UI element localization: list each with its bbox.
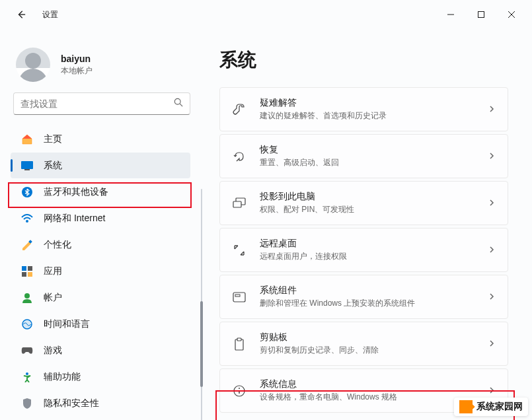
nav-label: 时间和语言 [44,318,90,330]
avatar [16,48,50,82]
svg-rect-8 [28,266,32,271]
card-clipboard[interactable]: 剪贴板 剪切和复制历史记录、同步、清除 [219,322,508,366]
time-icon [21,318,33,330]
profile-name: baiyun [61,53,93,64]
watermark-logo-icon [459,400,473,413]
chevron-right-icon [488,291,496,303]
nav-label: 系统 [44,160,62,172]
chevron-right-icon [488,338,496,350]
nav-apps[interactable]: 应用 [11,258,190,284]
card-projecting[interactable]: 投影到此电脑 权限、配对 PIN、可发现性 [219,181,508,225]
svg-point-1 [174,98,180,104]
chevron-right-icon [488,244,496,256]
nav-list: 主页 系统 蓝牙和其他设备 网络和 Internet 个性化 应用 [0,123,204,416]
about-icon [232,385,247,397]
nav-bluetooth[interactable]: 蓝牙和其他设备 [11,179,190,205]
troubleshoot-icon [232,103,247,116]
card-title: 投影到此电脑 [260,191,475,203]
search-input[interactable] [20,98,174,109]
svg-point-22 [239,388,240,389]
svg-point-14 [26,372,28,375]
card-title: 剪贴板 [260,332,475,343]
nav-label: 隐私和安全性 [44,398,99,409]
card-system-components[interactable]: 系统组件 删除和管理在 Windows 上预安装的系统组件 [219,275,508,319]
card-subtitle: 设备规格，重命名电脑、Windows 规格 [260,392,475,403]
nav-privacy[interactable]: 隐私和安全性 [11,390,190,416]
maximize-icon [478,11,484,18]
nav-network[interactable]: 网络和 Internet [11,205,190,231]
components-icon [232,292,247,302]
nav-accounts[interactable]: 帐户 [11,285,190,310]
minimize-icon [447,11,454,18]
card-title: 恢复 [260,144,475,156]
card-title: 系统信息 [260,378,475,390]
card-remote-desktop[interactable]: 远程桌面 远程桌面用户，连接权限 [219,228,508,272]
card-recovery[interactable]: 恢复 重置、高级启动、返回 [219,134,508,178]
search-icon [174,98,183,110]
svg-rect-17 [233,293,245,302]
svg-point-5 [26,220,28,223]
chevron-right-icon [488,151,496,162]
nav-label: 游戏 [44,345,62,357]
back-arrow-icon [17,10,26,19]
watermark: 系统家园网 [454,398,528,416]
main-content: 系统 疑难解答 建议的疑难解答、首选项和历史记录 恢复 重置、高级启动、返回 投… [204,29,532,420]
sidebar-scrollbar[interactable] [201,189,202,420]
remote-icon [232,244,247,257]
svg-rect-7 [22,266,26,271]
home-icon [21,133,33,145]
close-button[interactable] [496,4,527,25]
card-subtitle: 剪切和复制历史记录、同步、清除 [260,345,475,356]
svg-rect-18 [235,295,240,297]
card-title: 系统组件 [260,285,475,297]
nav-label: 网络和 Internet [44,213,105,225]
search-box[interactable] [13,92,190,115]
page-heading: 系统 [219,48,508,73]
maximize-button[interactable] [466,4,496,25]
nav-accessibility[interactable]: 辅助功能 [11,364,190,390]
svg-rect-3 [24,169,30,170]
svg-rect-10 [28,272,32,277]
svg-rect-2 [21,161,33,169]
card-subtitle: 删除和管理在 Windows 上预安装的系统组件 [260,298,475,309]
nav-home[interactable]: 主页 [11,126,190,152]
card-troubleshoot[interactable]: 疑难解答 建议的疑难解答、首选项和历史记录 [219,87,508,131]
profile-subtitle: 本地帐户 [61,65,93,77]
nav-system[interactable]: 系统 [11,153,190,178]
apps-icon [21,265,33,277]
chevron-right-icon [488,385,496,397]
profile-section[interactable]: baiyun 本地帐户 [0,29,204,92]
titlebar: 设置 [0,0,532,29]
nav-time-language[interactable]: 时间和语言 [11,311,190,337]
accounts-icon [21,292,33,304]
nav-label: 帐户 [44,292,62,304]
svg-rect-0 [478,12,484,18]
svg-rect-16 [233,201,241,207]
card-subtitle: 建议的疑难解答、首选项和历史记录 [260,110,475,122]
nav-gaming[interactable]: 游戏 [11,337,190,363]
nav-personalization[interactable]: 个性化 [11,232,190,258]
privacy-icon [21,398,33,409]
recovery-icon [232,150,247,163]
projecting-icon [232,197,247,209]
card-subtitle: 权限、配对 PIN、可发现性 [260,204,475,215]
nav-label: 应用 [44,265,62,277]
card-title: 远程桌面 [260,238,475,250]
network-icon [21,213,33,225]
card-subtitle: 远程桌面用户，连接权限 [260,251,475,262]
chevron-right-icon [488,104,496,116]
chevron-right-icon [488,197,496,209]
minimize-button[interactable] [436,4,466,25]
card-subtitle: 重置、高级启动、返回 [260,157,475,168]
card-title: 疑难解答 [260,97,475,109]
back-button[interactable] [11,4,32,25]
personalization-icon [21,239,33,251]
window-controls [436,4,527,25]
clipboard-icon [232,337,247,351]
nav-label: 主页 [44,133,62,145]
svg-rect-9 [22,272,26,277]
nav-label: 辅助功能 [44,371,81,383]
bluetooth-icon [21,186,33,198]
window-title: 设置 [42,9,58,20]
svg-rect-20 [237,338,241,341]
